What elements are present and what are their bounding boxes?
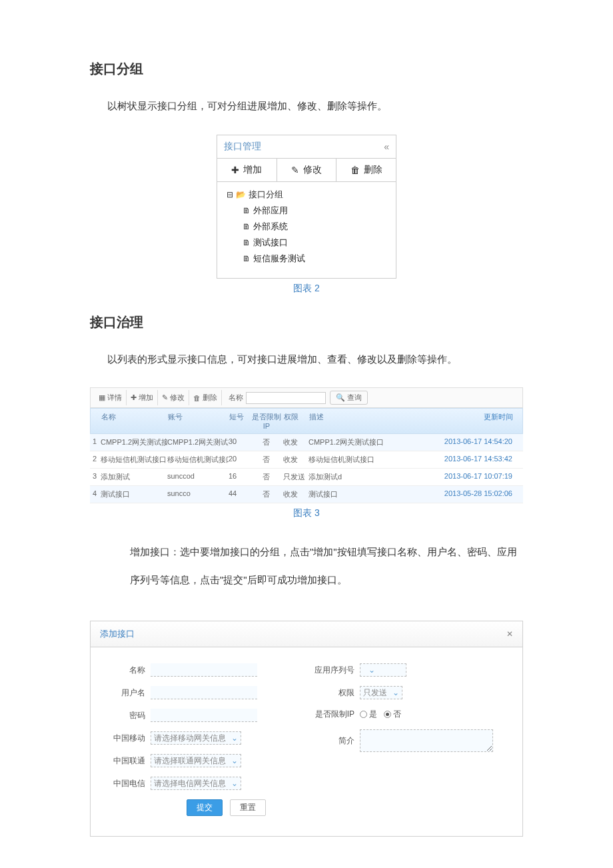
- table-row[interactable]: 1 CMPP1.2网关测试接 CMPP1.2网关测试接 30 否 收发 CMPP…: [90, 434, 523, 451]
- chevron-down-icon: ⌄: [392, 688, 399, 697]
- label-intro: 简介: [306, 735, 354, 747]
- panel-title-bar: 接口管理 «: [217, 135, 396, 159]
- edit-icon: ✎: [162, 393, 168, 402]
- detail-button[interactable]: ▦详情: [95, 390, 127, 405]
- radio-yes-label: 是: [369, 709, 377, 720]
- search-input[interactable]: [246, 392, 326, 404]
- col-idx: [93, 412, 101, 430]
- cell-name: 测试接口: [101, 489, 167, 499]
- label-user: 用户名: [97, 687, 145, 699]
- cell-account: 移动短信机测试接口: [167, 455, 229, 465]
- cell-account: sunccod: [167, 472, 229, 482]
- folder-icon: 📂: [236, 190, 246, 199]
- table-row[interactable]: 2 移动短信机测试接口 移动短信机测试接口 20 否 收发 移动短信机测试接口 …: [90, 451, 523, 469]
- radio-icon: [384, 711, 391, 718]
- cell-name: CMPP1.2网关测试接: [101, 437, 167, 447]
- page-icon: 🗎: [243, 206, 251, 215]
- cmcc-select[interactable]: 请选择移动网关信息⌄: [151, 731, 241, 745]
- cell-ip: 否: [249, 455, 283, 465]
- tree-item-label: 外部系统: [253, 221, 288, 233]
- trash-icon: 🗑: [350, 165, 360, 175]
- add-button-label: 增加: [243, 164, 262, 176]
- tree-item-label: 测试接口: [253, 237, 288, 249]
- label-pwd: 密码: [97, 710, 145, 721]
- cell-idx: 2: [93, 455, 101, 465]
- collapse-icon[interactable]: «: [384, 141, 389, 152]
- col-desc: 描述: [309, 412, 426, 430]
- search-icon: 🔍: [336, 393, 345, 402]
- detail-button-label: 详情: [107, 393, 122, 403]
- table-row[interactable]: 3 添加测试 sunccod 16 否 只发送 添加测试d 2013-06-17…: [90, 469, 523, 486]
- radio-no-label: 否: [393, 709, 401, 720]
- section-desc-manage: 以列表的形式显示接口信息，可对接口进展增加、查看、修改以及删除等操作。: [107, 350, 523, 369]
- app-sn-select[interactable]: ⌄: [360, 663, 406, 677]
- perm-select[interactable]: 只发送⌄: [360, 686, 402, 699]
- delete-button[interactable]: 🗑 删除: [336, 159, 396, 181]
- search-label: 名称: [229, 393, 243, 403]
- name-field[interactable]: [151, 663, 257, 677]
- submit-button[interactable]: 提交: [187, 799, 223, 816]
- search-button-label: 查询: [347, 393, 362, 403]
- right-column: 应用序列号⌄ 权限只发送⌄ 是否限制IP 是 否 简介: [306, 663, 516, 823]
- label-cmcc: 中国移动: [97, 733, 145, 744]
- add-interface-dialog: 添加接口 ✕ 名称 用户名 密码 中国移动请选择移动网关信息⌄ 中国联通请选择联…: [90, 621, 523, 837]
- page-icon: 🗎: [243, 238, 251, 247]
- edit-button-label: 修改: [303, 164, 322, 176]
- table-header: 名称 账号 短号 是否限制IP 权限 描述 更新时间: [90, 408, 523, 434]
- interface-manage-panel: 接口管理 « ✚ 增加 ✎ 修改 🗑 删除 ⊟ 📂 接口分组 🗎外部应用 🗎外部…: [217, 135, 396, 279]
- add-interface-paragraph: 增加接口：选中要增加接口的分组，点击"增加"按钮填写接口名称、用户名、密码、应用…: [130, 538, 523, 594]
- cucc-select[interactable]: 请选择联通网关信息⌄: [151, 754, 241, 767]
- trash-icon: 🗑: [193, 394, 201, 402]
- add-button[interactable]: ✚增加: [127, 390, 158, 405]
- page-icon: 🗎: [243, 222, 251, 231]
- password-field[interactable]: [151, 709, 257, 722]
- user-field[interactable]: [151, 686, 257, 699]
- cell-perm: 收发: [283, 489, 308, 499]
- tree-item[interactable]: 🗎测试接口: [243, 237, 389, 249]
- label-perm: 权限: [306, 687, 354, 699]
- cell-idx: 1: [93, 437, 101, 447]
- close-icon[interactable]: ✕: [506, 629, 513, 639]
- reset-button[interactable]: 重置: [230, 799, 266, 816]
- radio-yes[interactable]: 是: [360, 709, 377, 720]
- cell-desc: CMPP1.2网关测试接口: [308, 437, 426, 447]
- delete-button[interactable]: 🗑删除: [189, 390, 222, 405]
- tree-item[interactable]: 🗎外部系统: [243, 221, 389, 233]
- dialog-body: 名称 用户名 密码 中国移动请选择移动网关信息⌄ 中国联通请选择联通网关信息⌄ …: [91, 647, 522, 836]
- interface-list-panel: ▦详情 ✚增加 ✎修改 🗑删除 名称 🔍查询 名称 账号 短号 是否限制IP 权…: [90, 387, 523, 503]
- edit-icon: ✎: [291, 165, 299, 175]
- list-toolbar: ▦详情 ✚增加 ✎修改 🗑删除 名称 🔍查询: [90, 387, 523, 408]
- edit-button[interactable]: ✎ 修改: [277, 159, 337, 181]
- col-time: 更新时间: [426, 412, 513, 430]
- tree-item[interactable]: 🗎短信服务测试: [243, 253, 389, 265]
- section-heading-manage: 接口治理: [90, 313, 523, 331]
- tree-item-label: 短信服务测试: [253, 253, 305, 265]
- page-icon: 🗎: [243, 254, 251, 263]
- cell-account: suncco: [167, 489, 229, 499]
- edit-button[interactable]: ✎修改: [158, 390, 189, 405]
- cell-perm: 只发送: [283, 472, 308, 482]
- chevron-down-icon: ⌄: [231, 733, 238, 743]
- collapse-node-icon[interactable]: ⊟: [227, 190, 233, 199]
- tree-item[interactable]: 🗎外部应用: [243, 205, 389, 217]
- radio-no[interactable]: 否: [384, 709, 401, 720]
- cell-name: 移动短信机测试接口: [101, 455, 167, 465]
- add-button[interactable]: ✚ 增加: [217, 159, 277, 181]
- col-perm: 权限: [284, 412, 309, 430]
- cell-perm: 收发: [283, 455, 308, 465]
- cell-num: 20: [229, 455, 249, 465]
- cell-ip: 否: [249, 489, 283, 499]
- intro-textarea[interactable]: [360, 729, 493, 752]
- dialog-title: 添加接口: [100, 628, 135, 640]
- search-button[interactable]: 🔍查询: [330, 391, 368, 405]
- tree-root-label: 接口分组: [249, 189, 283, 201]
- cell-name: 添加测试: [101, 472, 167, 482]
- label-name: 名称: [97, 665, 145, 676]
- tree-root[interactable]: ⊟ 📂 接口分组: [227, 189, 389, 201]
- table-row[interactable]: 4 测试接口 suncco 44 否 收发 测试接口 2013-05-28 15…: [90, 486, 523, 503]
- dialog-actions: 提交 重置: [97, 799, 306, 816]
- cell-idx: 3: [93, 472, 101, 482]
- delete-button-label: 删除: [203, 393, 217, 403]
- ctcc-select[interactable]: 请选择电信网关信息⌄: [151, 777, 241, 790]
- cmcc-select-text: 请选择移动网关信息: [154, 733, 226, 744]
